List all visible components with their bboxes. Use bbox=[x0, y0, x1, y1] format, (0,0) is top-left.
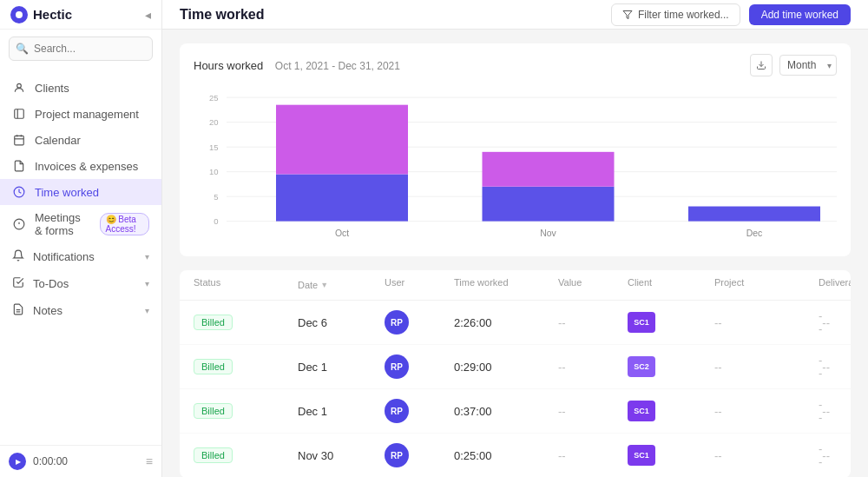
svg-text:Nov: Nov bbox=[540, 229, 556, 238]
svg-text:20: 20 bbox=[209, 117, 219, 127]
sidebar-item-project-management[interactable]: Project management bbox=[0, 101, 161, 127]
project-cell: -- bbox=[714, 316, 819, 329]
col-value: Value bbox=[558, 277, 628, 293]
sidebar-item-label: Clients bbox=[35, 82, 69, 95]
project-cell: -- bbox=[714, 361, 819, 374]
sidebar-item-label: Meetings & forms bbox=[35, 211, 88, 237]
sidebar-item-calendar[interactable]: Calendar bbox=[0, 127, 161, 153]
status-badge: Billed bbox=[194, 359, 233, 374]
invoices-icon bbox=[12, 159, 26, 173]
search-input[interactable] bbox=[9, 36, 153, 61]
chevron-icon: ▾ bbox=[145, 306, 149, 315]
download-button[interactable] bbox=[750, 54, 773, 76]
clients-icon bbox=[12, 81, 26, 95]
value-cell: -- bbox=[558, 449, 628, 462]
date-cell: Dec 6 bbox=[298, 316, 385, 329]
svg-rect-1 bbox=[15, 109, 24, 119]
value-cell: -- bbox=[558, 405, 628, 418]
svg-text:15: 15 bbox=[209, 142, 219, 152]
svg-text:Oct: Oct bbox=[335, 229, 349, 238]
client-badge: SC2 bbox=[628, 356, 655, 377]
svg-text:5: 5 bbox=[214, 192, 218, 202]
beta-badge: 😊 Beta Access! bbox=[100, 213, 149, 235]
user-avatar: RP bbox=[385, 310, 409, 335]
user-avatar: RP bbox=[385, 354, 409, 379]
value-cell: -- bbox=[558, 316, 628, 329]
date-cell: Nov 30 bbox=[298, 449, 385, 462]
chart-header: Hours worked Oct 1, 2021 - Dec 31, 2021 … bbox=[194, 54, 837, 76]
period-select[interactable]: Month Week Day bbox=[779, 55, 837, 76]
notes-cell: -- bbox=[822, 316, 851, 329]
time-worked-cell: 0:29:00 bbox=[454, 361, 558, 374]
sidebar-item-label: Invoices & expenses bbox=[35, 160, 138, 173]
svg-rect-27 bbox=[276, 174, 408, 221]
search-icon: 🔍 bbox=[16, 43, 29, 55]
svg-rect-33 bbox=[688, 207, 820, 222]
col-status: Status bbox=[194, 277, 298, 293]
col-deliverable: Deliverable bbox=[819, 277, 851, 293]
col-time-worked: Time worked bbox=[454, 277, 558, 293]
top-bar: Time worked Filter time worked... Add ti… bbox=[162, 0, 868, 30]
sidebar: Hectic ◂ 🔍 Clients Project management Ca… bbox=[0, 0, 162, 477]
status-badge: Billed bbox=[194, 403, 233, 419]
col-date[interactable]: Date ▼ bbox=[298, 277, 385, 293]
date-cell: Dec 1 bbox=[298, 361, 385, 374]
todo-icon bbox=[12, 276, 24, 291]
svg-text:10: 10 bbox=[209, 167, 219, 176]
svg-point-0 bbox=[17, 83, 22, 88]
table-row: Billed Nov 30 RP 0:25:00 -- SC1 -- -- --… bbox=[180, 434, 851, 477]
main-content: Time worked Filter time worked... Add ti… bbox=[162, 0, 868, 477]
logo: Hectic bbox=[10, 6, 72, 23]
sidebar-item-label: Project management bbox=[35, 108, 139, 121]
sidebar-item-clients[interactable]: Clients bbox=[0, 75, 161, 101]
chevron-icon: ▾ bbox=[145, 279, 149, 288]
chart-title: Hours worked bbox=[194, 59, 263, 72]
project-icon bbox=[12, 107, 26, 121]
col-client: Client bbox=[628, 277, 714, 293]
notes-cell: -- bbox=[822, 361, 851, 374]
logo-text: Hectic bbox=[33, 7, 72, 22]
content-area: Hours worked Oct 1, 2021 - Dec 31, 2021 … bbox=[162, 30, 868, 477]
list-icon[interactable]: ≡ bbox=[146, 454, 153, 468]
sidebar-section-notes[interactable]: Notes ▾ bbox=[0, 297, 161, 324]
sidebar-footer: 0:00:00 ≡ bbox=[0, 445, 161, 477]
sidebar-section-todos[interactable]: To-Dos ▾ bbox=[0, 270, 161, 297]
section-left: Notifications bbox=[12, 249, 95, 264]
notification-icon bbox=[12, 249, 24, 264]
chart-area: 25 20 15 10 5 0 Oct bbox=[194, 85, 837, 246]
table-row: Billed Dec 1 RP 0:29:00 -- SC2 -- -- -- … bbox=[180, 345, 851, 389]
search-container: 🔍 bbox=[9, 36, 153, 61]
time-worked-cell: 0:37:00 bbox=[454, 405, 558, 418]
top-bar-actions: Filter time worked... Add time worked bbox=[611, 3, 851, 26]
table-header: Status Date ▼ User Time worked Value Cli… bbox=[180, 270, 851, 301]
client-badge: SC1 bbox=[628, 312, 655, 333]
notes-cell: -- bbox=[822, 449, 851, 462]
time-worked-cell: 2:26:00 bbox=[454, 316, 558, 329]
section-label: Notes bbox=[33, 304, 62, 317]
col-user: User bbox=[385, 277, 454, 293]
section-label: Notifications bbox=[33, 250, 95, 263]
add-time-button[interactable]: Add time worked bbox=[749, 4, 851, 25]
sidebar-item-meetings[interactable]: Meetings & forms 😊 Beta Access! bbox=[0, 205, 161, 243]
svg-rect-30 bbox=[483, 187, 615, 222]
section-label: To-Dos bbox=[33, 277, 69, 290]
table-row: Billed Dec 1 RP 0:37:00 -- SC1 -- -- -- … bbox=[180, 389, 851, 434]
project-cell: -- bbox=[714, 405, 819, 418]
collapse-button[interactable]: ◂ bbox=[145, 8, 151, 22]
sidebar-item-invoices[interactable]: Invoices & expenses bbox=[0, 153, 161, 179]
filter-label: Filter time worked... bbox=[638, 9, 729, 21]
project-cell: -- bbox=[714, 449, 819, 462]
chart-title-area: Hours worked Oct 1, 2021 - Dec 31, 2021 bbox=[194, 59, 400, 72]
client-badge: SC1 bbox=[628, 445, 655, 466]
status-badge: Billed bbox=[194, 315, 233, 330]
time-display: 0:00:00 bbox=[33, 455, 68, 467]
section-left: Notes bbox=[12, 303, 62, 318]
chart-controls: Month Week Day bbox=[750, 54, 837, 76]
meetings-icon bbox=[12, 217, 26, 231]
play-button[interactable] bbox=[9, 453, 26, 470]
period-select-wrap: Month Week Day bbox=[779, 55, 837, 76]
sidebar-item-time-worked[interactable]: Time worked bbox=[0, 179, 161, 205]
sidebar-section-notifications[interactable]: Notifications ▾ bbox=[0, 243, 161, 270]
calendar-icon bbox=[12, 133, 26, 147]
filter-button[interactable]: Filter time worked... bbox=[611, 3, 740, 26]
